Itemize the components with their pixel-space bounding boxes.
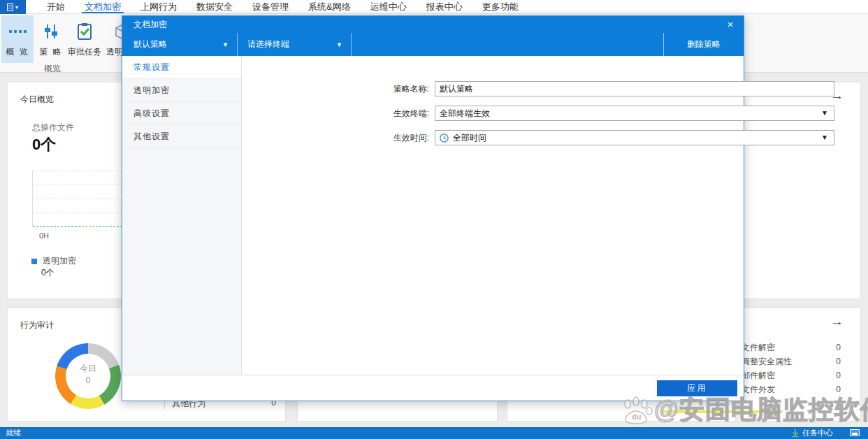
task-center-button[interactable]: 任务中心 (792, 427, 833, 439)
chevron-down-icon: ▼ (15, 5, 20, 10)
apply-button[interactable]: 应用 (657, 380, 737, 396)
status-bar: 就绪 任务中心 (0, 427, 868, 439)
tab-data-security[interactable]: 数据安全 (187, 0, 243, 13)
status-ready-text: 就绪 (6, 427, 21, 439)
sidebar-item-other-settings[interactable]: 其他设置 (122, 125, 241, 148)
policy-select-dropdown[interactable]: 默认策略 ▼ (122, 33, 238, 56)
stat-label: 文件解密 (742, 340, 775, 354)
total-files-label: 总操作文件 (32, 122, 74, 134)
stat-row-adjust-security: 调整安全属性 0 (742, 354, 841, 368)
legend-color-swatch (31, 259, 37, 264)
dialog-toolbar: 默认策略 ▼ 请选择终端 ▼ 删除策略 (122, 33, 744, 56)
donut-center-text: 今日 0 (55, 363, 121, 387)
effective-time-select[interactable]: 全部时间 ▼ (435, 130, 834, 145)
tab-more-features[interactable]: 更多功能 (472, 0, 528, 13)
tab-web-behavior[interactable]: 上网行为 (131, 0, 187, 13)
chevron-down-icon: ▼ (821, 109, 828, 117)
tab-document-encryption[interactable]: 文档加密 (75, 0, 131, 13)
arrow-right-icon[interactable]: → (830, 314, 844, 329)
stat-row-file-outgoing: 文件外发 0 (742, 382, 841, 396)
tab-start[interactable]: 开始 (37, 0, 75, 13)
app-menu-button[interactable]: ▼ (0, 0, 26, 14)
stat-value: 0 (836, 340, 841, 354)
ribbon-policy-label: 策 略 (39, 46, 62, 58)
menu-bar: ▼ 开始 文档加密 上网行为 数据安全 设备管理 系统&网络 运维中心 报表中心… (0, 0, 868, 14)
dialog-sidebar: 常规设置 透明加密 高级设置 其他设置 (122, 56, 242, 375)
stat-label: 文件外发 (742, 382, 775, 396)
sliders-icon (43, 21, 59, 42)
ribbon-approval-tasks-button[interactable]: 审批任务 (68, 15, 101, 63)
ribbon-group-label: 概览 (0, 63, 105, 75)
policy-name-label: 策略名称: (382, 83, 429, 95)
overview-grid-icon (9, 21, 27, 42)
audit-card-title: 行为审计 (20, 319, 54, 331)
task-center-label: 任务中心 (802, 428, 833, 438)
download-icon (792, 429, 799, 438)
clipboard-check-icon (75, 21, 94, 42)
dialog-footer: 应用 (122, 375, 744, 401)
stat-label: 调整安全属性 (742, 354, 792, 368)
stat-label: 邮件解密 (742, 368, 775, 382)
app-menu-icon (7, 3, 13, 11)
stat-row-mail-decrypt: 邮件解密 0 (742, 368, 841, 382)
donut-center-value: 0 (55, 375, 121, 387)
dialog-form-panel: 策略名称: 生效终端: 全部终端生效 ▼ 生效时间: 全部时间 ▼ (242, 56, 744, 375)
effective-terminal-value: 全部终端生效 (440, 108, 490, 120)
donut-center-label: 今日 (55, 363, 121, 375)
chart-x-axis-label: 0H (39, 231, 49, 240)
chevron-down-icon: ▼ (222, 34, 229, 57)
stat-row-file-decrypt: 文件解密 0 (742, 340, 841, 354)
total-files-value: 0个 (32, 134, 56, 155)
delete-policy-button[interactable]: 删除策略 (663, 33, 744, 56)
policy-select-value: 默认策略 (133, 33, 167, 56)
chevron-down-icon: ▼ (821, 134, 828, 141)
legend-value: 0个 (41, 267, 55, 279)
chart-legend: 透明加密 (31, 255, 76, 267)
effective-time-label: 生效时间: (382, 132, 429, 144)
stat-value: 0 (836, 354, 841, 368)
sidebar-item-general-settings[interactable]: 常规设置 (122, 56, 241, 79)
legend-label: 透明加密 (43, 255, 76, 267)
ribbon-overview-label: 概 览 (6, 46, 29, 58)
monitor-icon[interactable] (850, 429, 860, 436)
tab-system-network[interactable]: 系统&网络 (298, 0, 361, 13)
sidebar-item-transparent-encryption[interactable]: 透明加密 (122, 79, 241, 102)
chevron-down-icon: ▼ (336, 34, 342, 57)
bottom-right-card: → 文件解密 0 调整安全属性 0 邮件解密 0 文件外发 0 (738, 308, 861, 422)
clock-icon (440, 134, 449, 143)
ribbon-overview-button[interactable]: 概 览 (1, 15, 34, 63)
ribbon-approval-tasks-label: 审批任务 (68, 46, 101, 58)
dialog-body: 常规设置 透明加密 高级设置 其他设置 策略名称: 生效终端: 全部终端生效 ▼ (122, 56, 744, 375)
policy-name-input[interactable] (435, 81, 834, 96)
effective-terminal-label: 生效终端: (382, 108, 429, 120)
stat-value: 0 (836, 382, 841, 396)
document-encryption-dialog: 文档加密 × 默认策略 ▼ 请选择终端 ▼ 删除策略 常规设置 透明加密 高级设… (122, 15, 744, 401)
overview-card-title: 今日概览 (20, 94, 54, 106)
terminal-select-value: 请选择终端 (247, 33, 289, 56)
terminal-select-dropdown[interactable]: 请选择终端 ▼ (238, 33, 352, 56)
tab-device-management[interactable]: 设备管理 (243, 0, 298, 13)
close-icon[interactable]: × (723, 17, 738, 31)
tab-ops-center[interactable]: 运维中心 (361, 0, 417, 13)
stat-rows: 文件解密 0 调整安全属性 0 邮件解密 0 文件外发 0 (742, 340, 841, 396)
stat-value: 0 (836, 368, 841, 382)
menu-tabs: 开始 文档加密 上网行为 数据安全 设备管理 系统&网络 运维中心 报表中心 更… (37, 0, 528, 13)
effective-time-value: 全部时间 (453, 132, 486, 144)
app-window: ▼ 开始 文档加密 上网行为 数据安全 设备管理 系统&网络 运维中心 报表中心… (0, 0, 868, 439)
ribbon-policy-button[interactable]: 策 略 (36, 15, 66, 63)
tab-report-center[interactable]: 报表中心 (417, 0, 472, 13)
dialog-title: 文档加密 (122, 16, 744, 33)
sidebar-item-advanced-settings[interactable]: 高级设置 (122, 102, 241, 125)
effective-terminal-select[interactable]: 全部终端生效 ▼ (435, 106, 834, 121)
